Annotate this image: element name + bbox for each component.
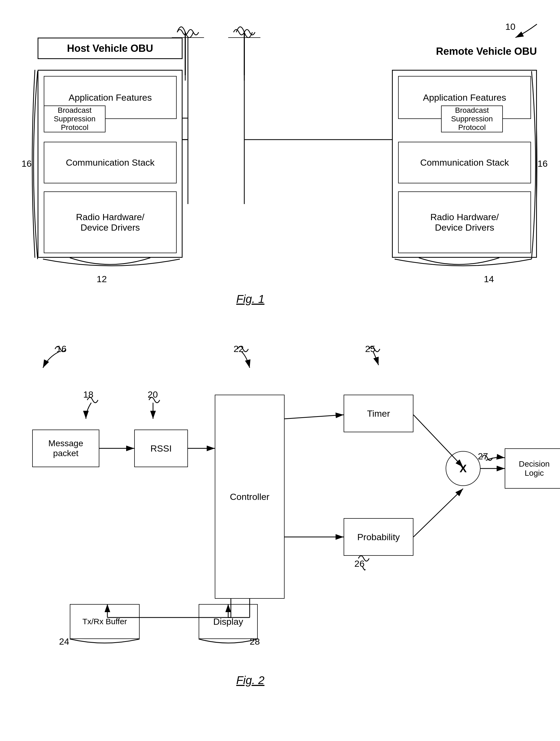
rssi-block: RSSI	[134, 429, 188, 467]
remote-comm-stack-box: Communication Stack	[398, 142, 531, 183]
svg-line-22	[413, 489, 463, 537]
fig2-ref-26: 26	[354, 558, 364, 569]
host-label-box: Host Vehicle OBU	[38, 38, 183, 59]
controller-block: Controller	[215, 395, 285, 599]
remote-bsp-box: Broadcast Suppression Protocol	[441, 106, 503, 132]
fig2-ref-27: 27	[478, 451, 488, 462]
decision-logic-block: Decision Logic	[505, 448, 560, 489]
host-bottom-bracket-svg	[38, 256, 185, 278]
host-comm-stack-box: Communication Stack	[44, 142, 177, 183]
host-obu-box: Application Features Broadcast Suppressi…	[38, 70, 183, 258]
multiply-circle: X	[446, 451, 481, 486]
fig2-ref-24: 24	[59, 636, 69, 647]
fig2-ref-22: 22	[233, 344, 244, 354]
display-block: Display	[199, 604, 258, 639]
svg-line-19	[285, 415, 344, 419]
host-bsp-box: Broadcast Suppression Protocol	[44, 106, 106, 132]
ref10-arrow-svg	[473, 16, 553, 48]
remote-label: Remote Vehicle OBU	[436, 46, 537, 57]
ref-14: 14	[484, 274, 494, 284]
ref-12: 12	[97, 274, 107, 284]
remote-obu-box: Application Features Broadcast Suppressi…	[392, 70, 537, 258]
fig2-caption: Fig. 2	[236, 674, 265, 687]
host-label-text: Host Vehicle OBU	[67, 43, 153, 54]
ref-10: 10	[505, 21, 515, 32]
probability-block: Probability	[344, 518, 413, 556]
fig2-ref-18: 18	[83, 389, 93, 400]
ref-16-left: 16	[21, 158, 32, 169]
timer-block: Timer	[344, 395, 413, 432]
fig1-area: 10 Host Vehicle OBU Remote Vehicle OBU 1…	[16, 16, 553, 312]
host-radio-hw-box: Radio Hardware/ Device Drivers	[44, 191, 177, 253]
fig2-area: 16 18 20 22 25 26 27 24 28 Message packe…	[16, 336, 553, 733]
fig1-caption: Fig. 1	[236, 293, 265, 306]
remote-bottom-bracket-svg	[389, 256, 537, 278]
fig2-ref-20: 20	[148, 389, 158, 400]
remote-radio-hw-box: Radio Hardware/ Device Drivers	[398, 191, 531, 253]
txrx-buffer-block: Tx/Rx Buffer	[70, 604, 140, 639]
diagram-container: 10 Host Vehicle OBU Remote Vehicle OBU 1…	[0, 0, 560, 741]
fig2-ref-16: 16	[56, 344, 67, 354]
fig2-arrows-svg	[16, 336, 553, 733]
message-packet-block: Message packet	[32, 429, 99, 467]
ref-16-right: 16	[538, 158, 548, 169]
fig2-ref-25: 25	[365, 344, 375, 354]
